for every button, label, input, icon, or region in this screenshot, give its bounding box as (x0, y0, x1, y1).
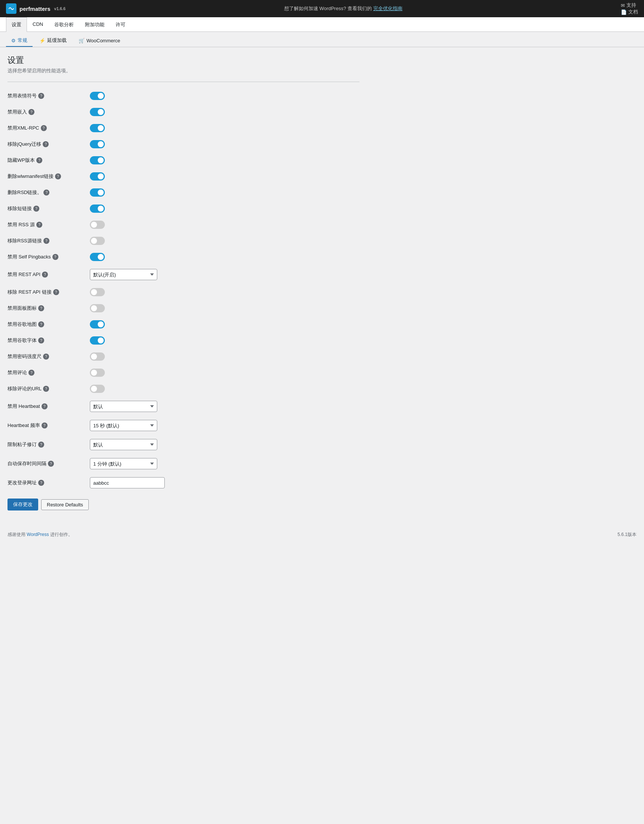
row-disable-rest-api: 禁用 REST API ? 默认(开启) 禁用 仅登录用户 (8, 265, 360, 284)
help-disable-google-fonts[interactable]: ? (38, 337, 44, 343)
logo-icon (6, 3, 17, 14)
tab-analytics[interactable]: 谷歌分析 (49, 17, 79, 32)
row-disable-pingbacks: 禁用 Self Pingbacks ? (8, 249, 360, 265)
page-content: 设置 选择您希望启用的性能选项。 禁用表情符号 ? 禁用嵌入 ? (0, 47, 367, 524)
help-hide-wp-version[interactable]: ? (36, 157, 42, 163)
tab-license[interactable]: 许可 (110, 17, 131, 32)
help-autosave-interval[interactable]: ? (48, 461, 54, 467)
main-tabs: 设置 CDN 谷歌分析 附加功能 许可 (0, 17, 644, 32)
page-subtitle: 选择您希望启用的性能选项。 (8, 68, 360, 74)
row-remove-comment-urls: 移除评论的URL ? (8, 381, 360, 397)
header-promo: 想了解如何加速 WordPress? 查看我们的 完全优化指南 (284, 5, 403, 12)
toggle-remove-jquery[interactable] (90, 140, 105, 148)
help-disable-password-strength[interactable]: ? (43, 354, 49, 360)
help-remove-jquery[interactable]: ? (43, 141, 49, 147)
tab-cdn[interactable]: CDN (27, 17, 49, 32)
toggle-disable-google-maps[interactable] (90, 320, 105, 329)
footer-wordpress-link[interactable]: WordPress (26, 532, 49, 537)
help-heartbeat-frequency[interactable]: ? (41, 423, 48, 429)
subtab-lazyload[interactable]: ⚡ 延缓加载 (34, 35, 72, 47)
help-disable-comments[interactable]: ? (28, 370, 34, 376)
label-disable-heartbeat: 禁用 Heartbeat (8, 403, 40, 410)
restore-defaults-button[interactable]: Restore Defaults (41, 499, 89, 510)
row-disable-comments: 禁用评论 ? (8, 365, 360, 381)
toggle-disable-pingbacks[interactable] (90, 253, 105, 261)
select-disable-rest-api[interactable]: 默认(开启) 禁用 仅登录用户 (90, 269, 157, 280)
toggle-remove-rss-links[interactable] (90, 237, 105, 245)
footer-version: 5.6.1版本 (618, 532, 636, 538)
page-title: 设置 (8, 55, 360, 66)
help-disable-embeds[interactable]: ? (28, 109, 34, 115)
divider (8, 81, 360, 82)
header-links: ✉ 支持 📄 文档 (621, 2, 638, 15)
help-disable-pingbacks[interactable]: ? (52, 254, 58, 260)
toggle-disable-password-strength[interactable] (90, 352, 105, 361)
toggle-remove-shortlinks[interactable] (90, 204, 105, 213)
label-disable-xmlrpc: 禁用XML-RPC (8, 125, 39, 131)
subtab-woocommerce[interactable]: 🛒 WooCommerce (74, 35, 125, 47)
tab-extra[interactable]: 附加功能 (79, 17, 110, 32)
label-disable-password-strength: 禁用密码强度尺 (8, 353, 41, 360)
help-disable-emoji[interactable]: ? (38, 93, 44, 99)
help-limit-revisions[interactable]: ? (38, 441, 44, 447)
toggle-disable-embeds[interactable] (90, 108, 105, 116)
toggle-hide-wp-version[interactable] (90, 156, 105, 164)
subtab-general[interactable]: ⚙ 常规 (6, 35, 32, 47)
toggle-remove-comment-urls[interactable] (90, 385, 105, 393)
help-remove-shortlinks[interactable]: ? (33, 206, 39, 212)
toggle-remove-rsd[interactable] (90, 188, 105, 197)
help-disable-heartbeat[interactable]: ? (41, 403, 48, 409)
label-remove-comment-urls: 移除评论的URL (8, 386, 41, 392)
help-login-url[interactable]: ? (38, 480, 44, 486)
label-remove-wlwmanifest: 删除wlwmanifest链接 (8, 173, 54, 180)
input-login-url[interactable] (90, 477, 165, 489)
sub-tabs: ⚙ 常规 ⚡ 延缓加载 🛒 WooCommerce (0, 32, 644, 47)
docs-link[interactable]: 📄 文档 (621, 9, 638, 15)
label-disable-google-fonts: 禁用谷歌字体 (8, 337, 37, 344)
row-disable-google-maps: 禁用谷歌地图 ? (8, 317, 360, 333)
help-disable-dashicons[interactable]: ? (38, 305, 44, 311)
logo-version: v1.6.6 (54, 6, 66, 11)
row-disable-heartbeat: 禁用 Heartbeat ? 默认 全部禁用 仅文章页面 (8, 397, 360, 416)
label-login-url: 更改登录网址 (8, 480, 37, 486)
toggle-disable-xmlrpc[interactable] (90, 124, 105, 132)
toggle-remove-rest-links[interactable] (90, 288, 105, 296)
gear-icon: ⚙ (11, 38, 16, 43)
help-disable-rest-api[interactable]: ? (42, 272, 48, 278)
tab-settings[interactable]: 设置 (6, 17, 27, 32)
toggle-disable-comments[interactable] (90, 369, 105, 377)
help-disable-rss[interactable]: ? (36, 222, 42, 228)
row-heartbeat-frequency: Heartbeat 频率 ? 15 秒 (默认) 30 秒 60 秒 (8, 416, 360, 435)
row-disable-rss: 禁用 RSS 源 ? (8, 217, 360, 233)
help-disable-xmlrpc[interactable]: ? (41, 125, 47, 131)
label-remove-rss-links: 移除RSS源链接 (8, 237, 42, 244)
promo-link[interactable]: 完全优化指南 (373, 6, 403, 11)
toggle-disable-emoji[interactable] (90, 92, 105, 100)
help-remove-rsd[interactable]: ? (43, 189, 49, 195)
row-remove-rest-links: 移除 REST API 链接 ? (8, 284, 360, 300)
select-heartbeat-frequency[interactable]: 15 秒 (默认) 30 秒 60 秒 (90, 420, 157, 431)
toggle-disable-rss[interactable] (90, 221, 105, 229)
help-remove-rest-links[interactable]: ? (53, 289, 59, 295)
label-autosave-interval: 自动保存时间间隔 (8, 460, 46, 467)
help-remove-rss-links[interactable]: ? (43, 238, 49, 244)
select-autosave-interval[interactable]: 1 分钟 (默认) 5 分钟 10 分钟 (90, 458, 157, 469)
label-remove-rsd: 删除RSD链接。 (8, 189, 42, 196)
toggle-disable-google-fonts[interactable] (90, 336, 105, 344)
help-remove-wlwmanifest[interactable]: ? (55, 174, 61, 180)
save-button[interactable]: 保存更改 (8, 498, 38, 510)
row-remove-shortlinks: 移除短链接 ? (8, 201, 360, 217)
select-disable-heartbeat[interactable]: 默认 全部禁用 仅文章页面 (90, 401, 157, 412)
row-disable-dashicons: 禁用面板图标 ? (8, 300, 360, 317)
label-disable-embeds: 禁用嵌入 (8, 109, 27, 115)
row-disable-embeds: 禁用嵌入 ? (8, 104, 360, 120)
toggle-disable-dashicons[interactable] (90, 304, 105, 312)
help-remove-comment-urls[interactable]: ? (43, 386, 49, 392)
help-disable-google-maps[interactable]: ? (38, 321, 44, 327)
logo: perfmatters v1.6.6 (6, 3, 66, 14)
label-remove-rest-links: 移除 REST API 链接 (8, 289, 52, 295)
toggle-remove-wlwmanifest[interactable] (90, 172, 105, 180)
support-link[interactable]: ✉ 支持 (621, 2, 638, 9)
row-login-url: 更改登录网址 ? (8, 473, 360, 492)
select-limit-revisions[interactable]: 默认 0 5 10 (90, 439, 157, 450)
